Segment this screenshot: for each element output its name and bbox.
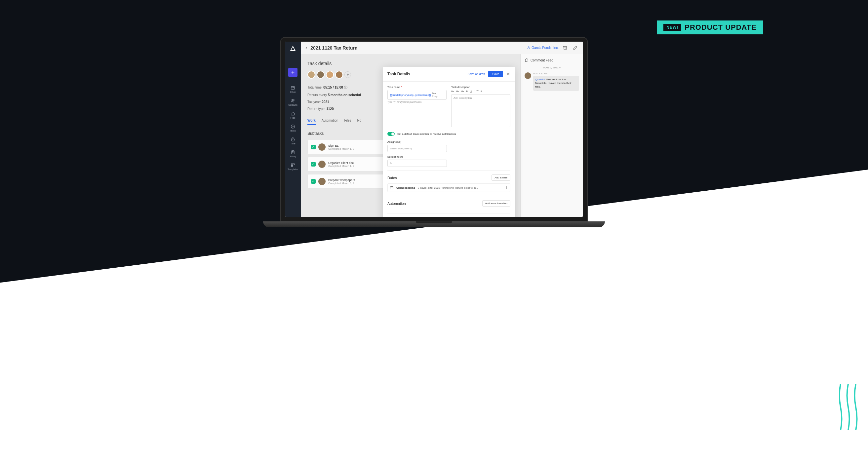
assignee-label: Assignee(s) bbox=[388, 140, 510, 143]
page-title: 2021 1120 Tax Return bbox=[310, 45, 357, 51]
tab-notes[interactable]: No bbox=[357, 119, 362, 125]
sidebar-label: Contacts bbox=[288, 104, 298, 106]
subtask-title: Prepare workpapers bbox=[328, 178, 355, 182]
sidebar-label: Billing bbox=[290, 155, 296, 158]
svg-rect-8 bbox=[293, 164, 294, 165]
budget-input[interactable]: 0 bbox=[388, 160, 447, 167]
sidebar-label: Templates bbox=[287, 168, 298, 170]
sidebar-label: Time bbox=[290, 142, 295, 145]
svg-point-2 bbox=[293, 99, 294, 100]
svg-point-4 bbox=[291, 125, 295, 129]
decorative-waves bbox=[839, 384, 862, 430]
bold-button[interactable]: B bbox=[466, 90, 468, 93]
svg-rect-11 bbox=[564, 46, 567, 47]
avatar bbox=[318, 161, 326, 168]
tab-files[interactable]: Files bbox=[344, 119, 351, 125]
h3-button[interactable]: H₃ bbox=[461, 90, 464, 93]
avatar[interactable] bbox=[317, 71, 324, 79]
task-name-input[interactable]: {{duedateprioryear}} {{clientname}} Tax … bbox=[388, 90, 446, 100]
add-date-button[interactable]: Add a date bbox=[492, 174, 510, 181]
sidebar: + Inbox Contacts Files Tasks bbox=[285, 42, 301, 217]
add-assignee-button[interactable]: + bbox=[344, 71, 351, 78]
check-icon[interactable]: ✓ bbox=[311, 179, 316, 184]
svg-rect-7 bbox=[291, 164, 292, 165]
dates-heading: Dates bbox=[388, 176, 397, 180]
description-label: Task description bbox=[451, 86, 510, 89]
svg-rect-3 bbox=[291, 113, 295, 115]
subtask-date: Completed March 8, 2 bbox=[328, 182, 355, 185]
edit-icon[interactable] bbox=[572, 44, 579, 51]
italic-button[interactable]: I bbox=[474, 90, 474, 93]
avatar[interactable] bbox=[335, 71, 343, 79]
budget-label: Budget hours bbox=[388, 155, 510, 158]
back-button[interactable]: ‹ bbox=[305, 45, 307, 51]
subtask-date: Completed March 1, 2 bbox=[328, 165, 354, 167]
product-update-badge: NEW! PRODUCT UPDATE bbox=[657, 21, 763, 34]
sidebar-label: Files bbox=[290, 117, 296, 119]
more-icon[interactable]: ⋮ bbox=[505, 186, 508, 189]
sidebar-label: Tasks bbox=[290, 130, 296, 132]
avatar[interactable] bbox=[326, 71, 334, 79]
task-details-modal: Task Details Save as draft Save ✕ Task n… bbox=[383, 67, 515, 217]
description-input[interactable]: Add description bbox=[451, 94, 510, 127]
avatar bbox=[318, 143, 326, 151]
task-name-label: Task name * bbox=[388, 86, 446, 89]
subtask-title: Sign EL bbox=[328, 144, 354, 148]
svg-rect-12 bbox=[391, 187, 393, 189]
check-icon[interactable]: ✓ bbox=[311, 162, 316, 167]
comment-meta: Don 4:35 PM bbox=[533, 72, 579, 75]
badge-text: PRODUCT UPDATE bbox=[685, 23, 756, 32]
underline-button[interactable]: U bbox=[470, 90, 472, 93]
subtask-date: Completed March 1, 2 bbox=[328, 148, 354, 150]
hint-text: Type "{{" for dynamic placeholder. bbox=[388, 101, 446, 103]
sidebar-item-time[interactable]: Time bbox=[290, 135, 295, 147]
editor-toolbar: H₁ H₂ H₃ B U I ☰ ≡ bbox=[451, 90, 510, 93]
list-ul-icon[interactable]: ☰ bbox=[476, 90, 478, 93]
comment-feed-panel: Comment Feed MAR 5, 2021 ▾ Don 4:35 PM @… bbox=[520, 54, 583, 217]
tab-work[interactable]: Work bbox=[307, 119, 316, 125]
modal-title: Task Details bbox=[388, 72, 467, 76]
svg-rect-9 bbox=[291, 166, 292, 167]
avatar bbox=[318, 178, 326, 185]
comment-date-divider: MAR 5, 2021 ▾ bbox=[525, 66, 579, 69]
toggle-label: Set a default team member to receive not… bbox=[397, 132, 456, 135]
avatar bbox=[525, 72, 531, 79]
notifications-toggle[interactable] bbox=[388, 132, 395, 136]
new-pill: NEW! bbox=[663, 24, 681, 31]
sidebar-item-billing[interactable]: Billing bbox=[290, 148, 296, 160]
list-ol-icon[interactable]: ≡ bbox=[480, 90, 482, 93]
client-link[interactable]: Garcia Foods, Inc. bbox=[527, 46, 559, 50]
save-button[interactable]: Save bbox=[488, 71, 503, 77]
sidebar-item-inbox[interactable]: Inbox bbox=[290, 84, 296, 95]
close-icon[interactable]: ✕ bbox=[506, 71, 510, 77]
comment-text: @maddi Nina sent me the financials. I sa… bbox=[533, 76, 579, 91]
svg-point-10 bbox=[528, 46, 529, 48]
tab-automation[interactable]: Automation bbox=[321, 119, 339, 125]
new-button[interactable]: + bbox=[288, 68, 298, 77]
add-token-icon[interactable]: + bbox=[442, 94, 444, 96]
check-icon[interactable]: ✓ bbox=[311, 145, 316, 149]
sidebar-item-files[interactable]: Files bbox=[290, 109, 296, 121]
assignee-select[interactable]: Select assignee(s) bbox=[388, 145, 447, 152]
comment: Don 4:35 PM @maddi Nina sent me the fina… bbox=[525, 72, 579, 91]
subtask-title: Organize client doc bbox=[328, 161, 354, 165]
archive-icon[interactable] bbox=[562, 44, 568, 51]
sidebar-item-templates[interactable]: Templates bbox=[287, 161, 298, 172]
topbar: ‹ 2021 1120 Tax Return Garcia Foods, Inc… bbox=[301, 42, 583, 54]
comment-feed-heading: Comment Feed bbox=[525, 58, 579, 62]
sidebar-label: Inbox bbox=[290, 91, 296, 93]
add-automation-button[interactable]: Add an automation bbox=[482, 200, 510, 206]
save-draft-link[interactable]: Save as draft bbox=[467, 72, 485, 76]
sidebar-item-contacts[interactable]: Contacts bbox=[288, 96, 298, 108]
h1-button[interactable]: H₁ bbox=[451, 90, 454, 93]
sidebar-item-tasks[interactable]: Tasks bbox=[290, 122, 296, 134]
laptop-frame: + Inbox Contacts Files Tasks bbox=[280, 37, 588, 227]
avatar[interactable] bbox=[307, 71, 315, 79]
date-row[interactable]: Client deadline 2 day(s) after 2021 Part… bbox=[388, 184, 510, 192]
h2-button[interactable]: H₂ bbox=[456, 90, 459, 93]
app-logo bbox=[290, 45, 296, 53]
svg-point-1 bbox=[292, 99, 293, 101]
automation-heading: Automation bbox=[388, 202, 406, 205]
task-details-heading: Task details bbox=[307, 61, 514, 66]
